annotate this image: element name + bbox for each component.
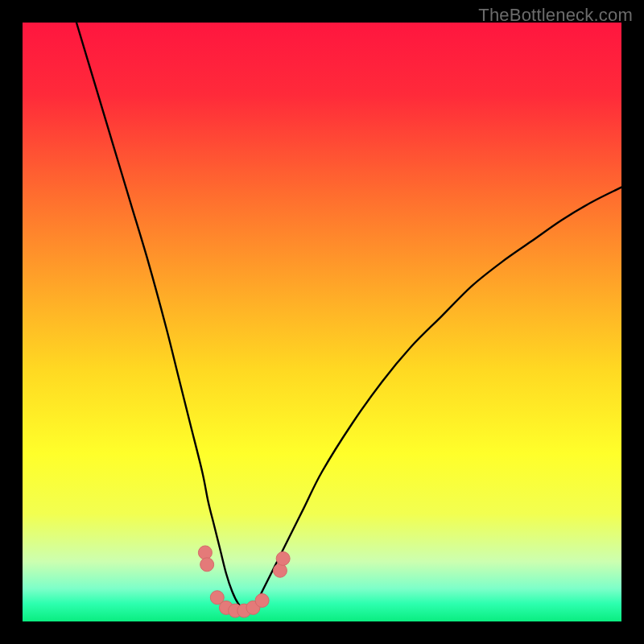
- chart-background: [23, 23, 621, 621]
- highlight-marker: [273, 564, 287, 577]
- highlight-marker: [276, 551, 290, 565]
- highlight-marker: [198, 546, 212, 559]
- bottleneck-chart: [23, 23, 621, 621]
- highlight-marker: [255, 593, 269, 607]
- watermark-text: TheBottleneck.com: [478, 5, 633, 26]
- highlight-marker: [200, 558, 214, 572]
- chart-frame: [23, 23, 621, 621]
